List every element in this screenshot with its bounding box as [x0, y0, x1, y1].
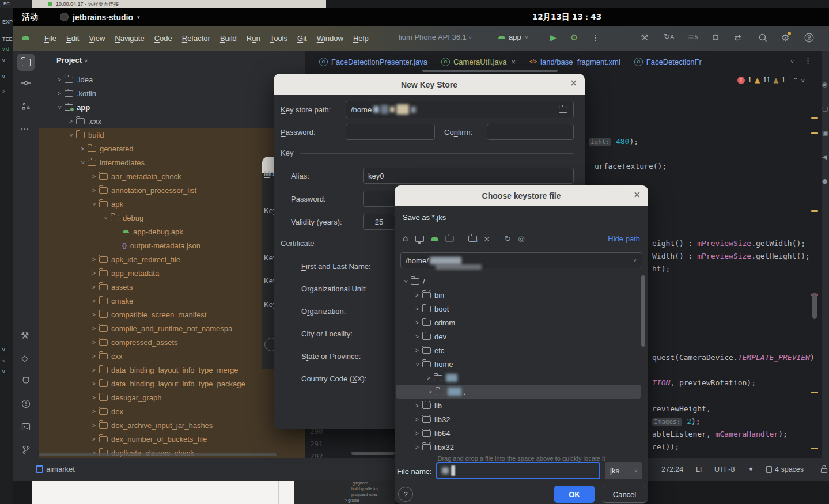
- file-tree-item[interactable]: >/: [395, 274, 648, 288]
- editor-tab[interactable]: CFaceDetectionFr: [627, 51, 709, 73]
- git-branch-tool-icon[interactable]: [22, 445, 31, 454]
- project-tree-item[interactable]: >dex_number_of_buckets_file: [39, 432, 305, 446]
- password-input[interactable]: [346, 124, 435, 140]
- debug-attach-icon[interactable]: [711, 32, 720, 41]
- file-tree-item[interactable]: >↗libx32: [395, 440, 648, 454]
- tree-chevron-icon[interactable]: >: [90, 173, 98, 180]
- help-button[interactable]: ?: [398, 487, 413, 502]
- lock-icon[interactable]: [820, 465, 828, 473]
- search-everywhere-icon[interactable]: [758, 33, 768, 43]
- tree-chevron-icon[interactable]: >: [67, 118, 75, 124]
- new-folder-icon[interactable]: +: [468, 236, 477, 242]
- tab-strip-scrollbar[interactable]: [422, 70, 558, 72]
- commit-tool-icon[interactable]: [21, 79, 31, 87]
- hide-panel-icon[interactable]: ◀: [822, 153, 827, 161]
- dialog-titlebar[interactable]: Choose keystore file ×: [395, 185, 648, 206]
- prev-problem-icon[interactable]: ^: [793, 77, 798, 84]
- file-tree-item[interactable]: >etc: [395, 343, 648, 357]
- project-tree-item[interactable]: >build: [39, 128, 305, 142]
- tree-chevron-icon[interactable]: >: [90, 367, 98, 373]
- tree-scrollbar[interactable]: [641, 275, 645, 347]
- tree-chevron-icon[interactable]: >: [103, 214, 109, 222]
- terminal-tool-icon[interactable]: [21, 422, 31, 431]
- scrollbar-error-stripe[interactable]: [811, 117, 818, 119]
- editor-scrollbar-horizontal[interactable]: [351, 452, 395, 455]
- tree-chevron-icon[interactable]: >: [55, 77, 63, 83]
- project-tree-item[interactable]: >app: [39, 100, 305, 114]
- close-icon[interactable]: ×: [570, 79, 577, 88]
- home-directory-icon[interactable]: ⌂: [403, 233, 408, 244]
- tree-chevron-icon[interactable]: >: [91, 200, 97, 208]
- tabs-more-icon[interactable]: ⋮: [804, 56, 812, 65]
- scrollbar-error-stripe[interactable]: [811, 210, 818, 212]
- tree-chevron-icon[interactable]: >: [55, 90, 63, 97]
- tree-chevron-icon[interactable]: >: [90, 422, 98, 429]
- show-hidden-files-icon[interactable]: ◎: [518, 234, 524, 243]
- project-tree-item[interactable]: >.kotlin: [39, 86, 305, 100]
- combobox-chevron-icon[interactable]: >: [631, 259, 637, 262]
- settings-icon[interactable]: ⚙: [781, 32, 789, 43]
- path-combobox[interactable]: /home/ >: [400, 252, 642, 268]
- tree-chevron-icon[interactable]: >: [413, 334, 421, 340]
- status-caret-position[interactable]: 272:24: [661, 465, 683, 473]
- code-line[interactable]: ce());: [652, 442, 679, 451]
- more-tool-windows-icon[interactable]: ⋯: [20, 124, 29, 134]
- tree-chevron-icon[interactable]: >: [90, 270, 98, 276]
- code-line[interactable]: TION, previewRotation);: [652, 378, 756, 387]
- editor-tab[interactable]: CFaceDetectionPresenter.java: [312, 51, 434, 73]
- code-line[interactable]: urfaceTexture();: [595, 162, 667, 170]
- tree-chevron-icon[interactable]: >: [413, 306, 421, 312]
- menu-item-window[interactable]: Window: [317, 34, 343, 43]
- tree-chevron-icon[interactable]: >: [425, 375, 433, 381]
- tree-chevron-icon[interactable]: >: [90, 256, 98, 263]
- tree-chevron-icon[interactable]: >: [413, 444, 421, 450]
- menu-item-view[interactable]: View: [89, 34, 105, 43]
- more-actions-icon[interactable]: ⋮: [592, 33, 600, 42]
- extension-dropdown[interactable]: jks >: [605, 462, 642, 479]
- project-tree-item[interactable]: >dex_archive_input_jar_hashes: [39, 418, 305, 432]
- file-tree-item[interactable]: >dev: [395, 329, 648, 343]
- code-line[interactable]: ableListener, mCameraHandler);: [652, 430, 788, 438]
- file-name-input[interactable]: [436, 462, 600, 479]
- tree-chevron-icon[interactable]: >: [90, 325, 98, 332]
- project-tree-item[interactable]: >data_binding_layout_info_type_package: [39, 377, 305, 391]
- tree-chevron-icon[interactable]: >: [426, 389, 434, 395]
- run-button[interactable]: ▶: [550, 33, 557, 42]
- next-problem-icon[interactable]: v: [801, 77, 805, 84]
- file-tree-item[interactable]: >: [395, 371, 648, 385]
- tree-chevron-icon[interactable]: >: [56, 103, 63, 111]
- tree-chevron-icon[interactable]: >: [413, 292, 421, 298]
- tree-chevron-icon[interactable]: >: [90, 436, 98, 442]
- tree-chevron-icon[interactable]: >: [68, 131, 74, 139]
- tree-chevron-icon[interactable]: >: [90, 339, 98, 346]
- confirm-input[interactable]: [487, 124, 574, 140]
- delete-icon[interactable]: ×: [484, 234, 490, 243]
- code-line[interactable]: Width() : mPreviewSize.getHeight();: [652, 252, 810, 260]
- file-tree-item[interactable]: >.: [396, 385, 641, 399]
- menu-item-code[interactable]: Code: [154, 34, 172, 43]
- scrollbar-error-stripe[interactable]: [811, 392, 818, 393]
- ok-button[interactable]: OK: [554, 486, 595, 503]
- notifications-icon[interactable]: ◉: [822, 81, 828, 88]
- tree-chevron-icon[interactable]: >: [413, 403, 421, 409]
- cancel-button[interactable]: Cancel: [603, 486, 646, 503]
- menu-item-run[interactable]: Run: [247, 34, 260, 43]
- apply-changes-icon[interactable]: ⚙: [570, 32, 578, 43]
- tree-chevron-icon[interactable]: >: [90, 284, 98, 290]
- build-tool-icon[interactable]: ⚒: [21, 330, 29, 341]
- tree-chevron-icon[interactable]: >: [90, 395, 98, 401]
- project-directory-icon[interactable]: [445, 236, 454, 242]
- project-tree-item[interactable]: >.idea: [39, 73, 305, 86]
- tree-chevron-icon[interactable]: >: [90, 312, 98, 318]
- menu-item-edit[interactable]: Edit: [66, 34, 79, 43]
- code-line[interactable]: eight() : mPreviewSize.getWidth();: [652, 239, 805, 248]
- menu-item-build[interactable]: Build: [220, 34, 237, 43]
- menu-item-refactor[interactable]: Refactor: [182, 34, 210, 43]
- tree-chevron-icon[interactable]: >: [403, 277, 409, 285]
- file-tree-item[interactable]: >↗lib32: [395, 412, 648, 426]
- tab-close-icon[interactable]: ×: [511, 58, 516, 66]
- file-tree-item[interactable]: >cdrom: [395, 316, 648, 329]
- tree-chevron-icon[interactable]: >: [413, 320, 421, 326]
- project-tree-item[interactable]: >generated: [39, 142, 305, 156]
- project-scrollbar-horizontal[interactable]: [39, 453, 277, 456]
